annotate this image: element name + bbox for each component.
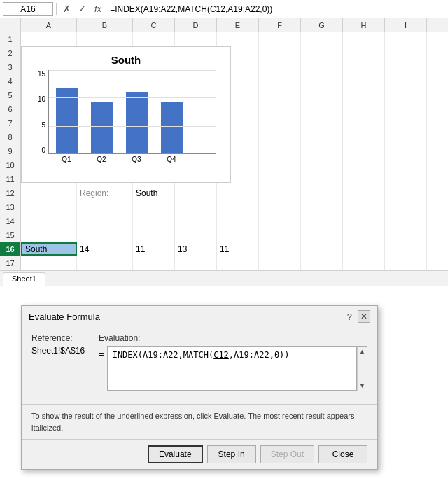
cell-d16[interactable]: 13 <box>175 242 217 256</box>
evaluate-button[interactable]: Evaluate <box>148 445 203 463</box>
bar-q2 <box>91 102 113 153</box>
x-label-q4: Q4 <box>160 155 183 163</box>
formula-bar: ✗ ✓ fx <box>0 0 448 18</box>
formula-part1: INDEX(A19:A22,MATCH( <box>113 350 214 360</box>
region-label[interactable]: Region: <box>77 186 133 200</box>
hint-text: To show the result of the underlined exp… <box>31 412 354 432</box>
active-row-num: 16 <box>0 242 21 256</box>
evaluate-formula-dialog: Evaluate Formula ? ✕ Reference: Sheet1!$… <box>21 305 378 470</box>
table-row: 15 <box>0 228 448 242</box>
row-num-header <box>0 18 21 32</box>
bar-q4 <box>161 102 183 153</box>
step-out-button[interactable]: Step Out <box>260 445 314 463</box>
table-row: 1 <box>0 32 448 46</box>
col-header-b[interactable]: B <box>77 18 133 32</box>
cell-e16[interactable]: 11 <box>217 242 259 256</box>
dialog-titlebar: Evaluate Formula ? ✕ <box>22 306 377 326</box>
cancel-icon[interactable]: ✗ <box>59 2 74 16</box>
x-label-q1: Q1 <box>55 155 78 163</box>
chart: South 15 10 5 0 <box>21 46 231 183</box>
bar-q3 <box>126 92 148 153</box>
dialog-close-button[interactable]: ✕ <box>358 310 370 323</box>
col-header-g[interactable]: G <box>301 18 343 32</box>
col-header-h[interactable]: H <box>343 18 385 32</box>
column-headers: A B C D E F G H I <box>0 18 448 32</box>
cell-a16[interactable]: South <box>21 242 77 256</box>
bar-q4-rect <box>161 102 183 153</box>
region-value[interactable]: South <box>133 186 175 200</box>
spreadsheet: ✗ ✓ fx A B C D E F G H I 1 <box>0 0 448 286</box>
table-row: 14 <box>0 214 448 228</box>
step-in-button[interactable]: Step In <box>207 445 256 463</box>
fx-label: fx <box>92 4 104 14</box>
dialog-controls: ? ✕ <box>344 310 370 323</box>
eval-box: INDEX(A19:A22,MATCH(C12,A19:A22,0)) <box>108 347 357 391</box>
eval-row: = INDEX(A19:A22,MATCH(C12,A19:A22,0)) ▲ … <box>99 346 368 391</box>
dialog-help-button[interactable]: ? <box>344 312 355 322</box>
eval-scrollbar[interactable]: ▲ ▼ <box>357 347 367 391</box>
col-header-i[interactable]: I <box>385 18 427 32</box>
formula-icons: ✗ ✓ <box>59 2 89 16</box>
formula-underline: C12 <box>214 350 229 360</box>
dialog-body: Reference: Sheet1!$A$16 Evaluation: = IN… <box>22 326 377 404</box>
col-header-c[interactable]: C <box>133 18 175 32</box>
col-header-d[interactable]: D <box>175 18 217 32</box>
confirm-icon[interactable]: ✓ <box>75 2 89 16</box>
table-row: 12 Region: South <box>0 186 448 200</box>
dialog-hint: To show the result of the underlined exp… <box>22 404 377 439</box>
scroll-up-icon[interactable]: ▲ <box>359 348 365 355</box>
dialog-row1: Reference: Sheet1!$A$16 Evaluation: = IN… <box>31 333 368 391</box>
dialog-footer: Evaluate Step In Step Out Close <box>22 439 377 469</box>
x-label-q3: Q3 <box>125 155 148 163</box>
bar-q2-rect <box>91 102 113 153</box>
table-row: 17 <box>0 256 448 270</box>
bar-q3-rect <box>126 92 148 153</box>
eval-box-wrapper: INDEX(A19:A22,MATCH(C12,A19:A22,0)) ▲ ▼ <box>107 346 368 391</box>
col-header-e[interactable]: E <box>217 18 259 32</box>
reference-section: Reference: Sheet1!$A$16 <box>31 333 85 391</box>
cell-c16[interactable]: 11 <box>133 242 175 256</box>
cell-b16[interactable]: 14 <box>77 242 133 256</box>
close-button[interactable]: Close <box>318 445 368 463</box>
formula-bar-divider <box>56 3 57 15</box>
evaluation-section: Evaluation: = INDEX(A19:A22,MATCH(C12,A1… <box>99 333 368 391</box>
active-row: 16 South 14 11 13 11 <box>0 242 448 256</box>
sheet-tabs: Sheet1 <box>0 270 448 286</box>
table-row: 13 <box>0 200 448 214</box>
name-box[interactable] <box>3 2 53 16</box>
x-label-q2: Q2 <box>90 155 113 163</box>
dialog-title: Evaluate Formula <box>29 312 100 322</box>
reference-value: Sheet1!$A$16 <box>31 346 85 356</box>
col-header-f[interactable]: F <box>259 18 301 32</box>
evaluation-label: Evaluation: <box>99 333 368 343</box>
scroll-down-icon[interactable]: ▼ <box>359 382 365 389</box>
formula-input[interactable] <box>107 2 445 16</box>
formula-part2: ,A19:A22,0)) <box>229 350 290 360</box>
eval-equals: = <box>99 349 104 391</box>
chart-title: South <box>29 54 223 66</box>
grid-wrapper: 1 2 <box>0 32 448 270</box>
sheet-tab-sheet1[interactable]: Sheet1 <box>3 272 46 286</box>
col-header-a[interactable]: A <box>21 18 77 32</box>
reference-label: Reference: <box>31 333 85 343</box>
